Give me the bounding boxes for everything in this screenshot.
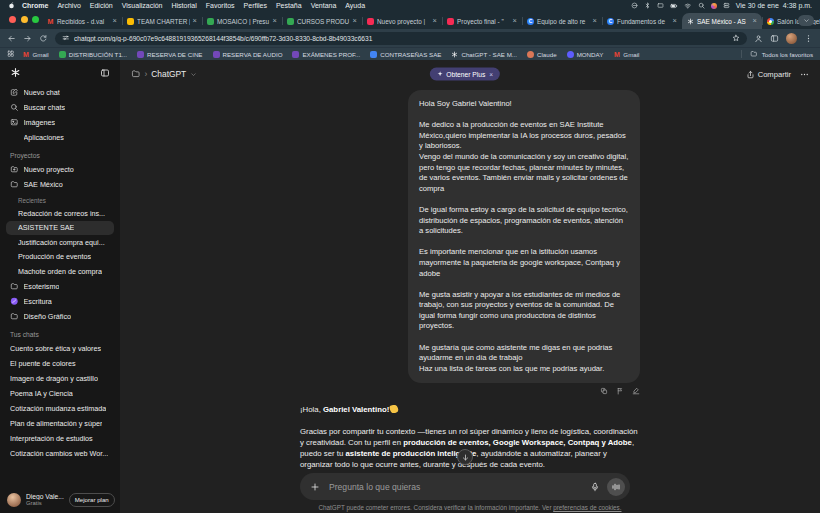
get-plus-pill[interactable]: Obtener Plus × <box>430 68 500 81</box>
close-tab-icon[interactable]: × <box>433 17 437 25</box>
chat-item[interactable]: Imagen de dragón y castillo <box>6 371 114 386</box>
menu-item-historial[interactable]: Historial <box>172 2 197 9</box>
minimize-window-button[interactable] <box>21 16 28 23</box>
bookmark-item[interactable]: Claude <box>527 51 557 58</box>
recent-chat-item[interactable]: ASISTENTE SAE <box>6 221 114 236</box>
recent-chat-item[interactable]: Machote orden de compra <box>6 264 114 279</box>
profile-row[interactable]: Diego Vale... Gratis Mejorar plan <box>0 486 120 513</box>
close-window-button[interactable] <box>9 16 16 23</box>
bookmark-item[interactable]: ChatGPT - SAE M... <box>451 51 517 58</box>
chat-item[interactable]: Interpretación de estudios <box>6 431 114 446</box>
menu-item-edición[interactable]: Edición <box>90 2 113 9</box>
close-tab-icon[interactable]: × <box>193 17 197 25</box>
forward-button[interactable] <box>23 34 32 43</box>
back-button[interactable] <box>7 34 16 43</box>
close-tab-icon[interactable]: × <box>753 17 757 25</box>
app-status-icon[interactable] <box>711 3 717 9</box>
spotlight-icon[interactable] <box>698 2 705 9</box>
close-tab-icon[interactable]: × <box>513 17 517 25</box>
menu-item-ventana[interactable]: Ventana <box>311 2 337 9</box>
menubar-clock[interactable]: Vie 30 de ene 4:38 p.m. <box>736 2 812 9</box>
edit-icon[interactable] <box>632 387 640 395</box>
zoom-window-button[interactable] <box>32 16 39 23</box>
address-bar[interactable]: chatgpt.com/g/g-p-690c07e9c6488191936526… <box>55 32 748 45</box>
browser-tab[interactable]: MRecibidos - d.val× <box>42 13 122 29</box>
browser-tab[interactable]: TEAM CHARTER |× <box>122 13 202 29</box>
all-bookmarks[interactable]: Todos los favoritos <box>741 50 813 58</box>
attach-plus-icon[interactable] <box>310 482 320 492</box>
browser-tab[interactable]: CEquipo de alto re× <box>522 13 602 29</box>
chat-scroll-area[interactable]: Hola Soy Gabriel Valentino!Me dedico a l… <box>120 88 820 472</box>
wifi-icon[interactable] <box>684 2 692 10</box>
project-item[interactable]: Esoterismo <box>6 279 114 294</box>
control-center-icon[interactable] <box>723 2 730 9</box>
reload-button[interactable] <box>39 34 48 43</box>
microphone-icon[interactable] <box>590 482 600 492</box>
sidebar-item-images[interactable]: Imágenes <box>6 115 114 130</box>
more-options-icon[interactable] <box>800 70 809 79</box>
project-item[interactable]: Diseño Gráfico <box>6 309 114 324</box>
bluetooth-icon[interactable] <box>644 2 651 9</box>
bookmark-star-icon[interactable] <box>732 34 740 42</box>
bookmark-item[interactable]: EXÁMENES PROF... <box>292 51 360 58</box>
profile-icon[interactable] <box>754 34 763 43</box>
close-tab-icon[interactable]: × <box>273 17 277 25</box>
apps-grid-icon[interactable] <box>7 50 15 58</box>
chat-item[interactable]: El puente de colores <box>6 356 114 371</box>
recent-chat-item[interactable]: Justificación compra equi... <box>6 235 114 250</box>
recent-chat-item[interactable]: Producción de eventos <box>6 250 114 265</box>
close-tab-icon[interactable]: × <box>353 17 357 25</box>
scroll-to-bottom-button[interactable] <box>457 449 473 465</box>
bookmark-item[interactable]: RESERVA DE CINE <box>137 51 202 58</box>
upgrade-plan-button[interactable]: Mejorar plan <box>69 493 115 507</box>
bookmark-item[interactable]: MGmail <box>23 51 49 58</box>
project-item[interactable]: Escritura <box>6 294 114 309</box>
bookmark-item[interactable]: RESERVA DE AUDIO <box>213 51 283 58</box>
apple-icon[interactable] <box>8 2 15 9</box>
chat-item[interactable]: Cotización cambios web Wor... <box>6 446 114 461</box>
menu-item-pestaña[interactable]: Pestaña <box>276 2 302 9</box>
collapse-sidebar-icon[interactable] <box>100 68 110 78</box>
sidebar-item-search[interactable]: Buscar chats <box>6 100 114 115</box>
focus-mode-icon[interactable] <box>631 2 638 9</box>
bookmark-item[interactable]: MGmail <box>613 51 639 58</box>
chat-item[interactable]: Cuento sobre ética y valores <box>6 341 114 356</box>
screen-mirroring-icon[interactable] <box>657 2 664 9</box>
side-panel-icon[interactable] <box>770 34 779 43</box>
bookmark-item[interactable]: CONTRASEÑAS SAE <box>370 51 441 58</box>
browser-tab[interactable]: MOSAICO | Presu× <box>202 13 282 29</box>
prompt-input[interactable] <box>327 481 583 493</box>
menu-item-visualización[interactable]: Visualización <box>122 2 163 9</box>
site-settings-icon[interactable] <box>62 34 70 42</box>
close-tab-icon[interactable]: × <box>673 17 677 25</box>
menu-item-favoritos[interactable]: Favoritos <box>206 2 235 9</box>
chrome-menu-icon[interactable] <box>804 34 813 43</box>
bookmark-item[interactable]: MONDAY <box>567 51 604 58</box>
project-item[interactable]: SAE México <box>6 177 114 192</box>
chat-item[interactable]: Poema IA y Ciencia <box>6 386 114 401</box>
project-item[interactable]: Nuevo proyecto <box>6 162 114 177</box>
copy-icon[interactable] <box>600 387 608 395</box>
browser-tab[interactable]: CFundamentos de× <box>602 13 682 29</box>
chat-item[interactable]: Plan de alimentación y súper <box>6 416 114 431</box>
browser-tab[interactable]: Nuevo proyecto |× <box>362 13 442 29</box>
sidebar-item-new-chat[interactable]: Nuevo chat <box>6 85 114 100</box>
close-tab-icon[interactable]: × <box>593 17 597 25</box>
bookmark-item[interactable]: DISTRIBUCIÓN T1... <box>59 51 127 58</box>
share-button[interactable]: Compartir <box>746 70 791 79</box>
recent-chat-item[interactable]: Redacción de correos ins... <box>6 206 114 221</box>
browser-tab[interactable]: CURSOS PRODU× <box>282 13 362 29</box>
chat-item[interactable]: Cotización mudanza estimada <box>6 401 114 416</box>
tab-search-button[interactable] <box>798 15 814 26</box>
browser-tab[interactable]: Proyecto final - "× <box>442 13 522 29</box>
browser-tab[interactable]: SAE México - AS× <box>682 13 762 29</box>
menu-item-archivo[interactable]: Archivo <box>57 2 80 9</box>
menu-item-ayuda[interactable]: Ayuda <box>345 2 365 9</box>
flag-icon[interactable] <box>616 387 624 395</box>
cookies-link[interactable]: preferencias de cookies. <box>553 504 621 511</box>
menu-item-chrome[interactable]: Chrome <box>22 2 48 9</box>
sidebar-item-apps[interactable]: undefinedAplicaciones <box>6 130 114 145</box>
breadcrumb[interactable]: › ChatGPT <box>131 69 197 79</box>
battery-icon[interactable] <box>670 2 678 10</box>
menu-item-perfiles[interactable]: Perfiles <box>244 2 267 9</box>
